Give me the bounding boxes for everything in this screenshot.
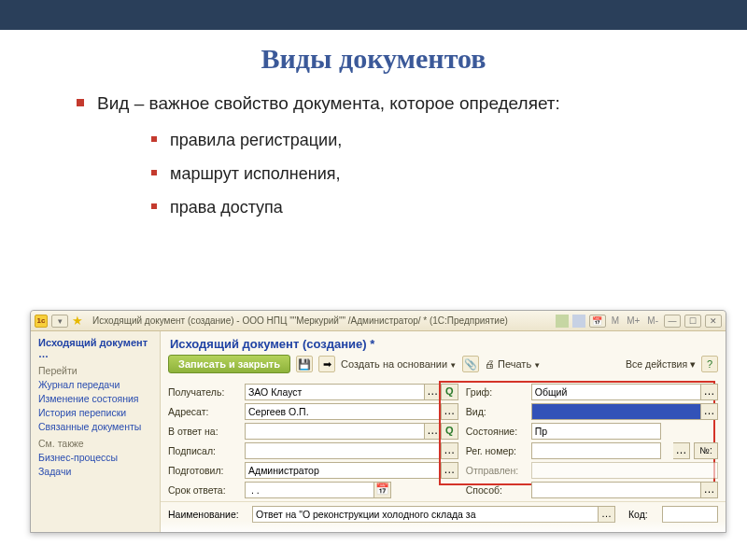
dropdown-icon[interactable]: ▾ [51, 315, 68, 328]
maximize-button[interactable]: ☐ [684, 315, 701, 328]
lookup-button[interactable]: … [442, 442, 458, 459]
nav-link[interactable]: Задачи [38, 466, 152, 477]
lookup-button[interactable]: … [425, 423, 442, 440]
name-row: Наименование: … Код: [161, 501, 726, 526]
calendar-button[interactable]: 📅 [374, 482, 391, 498]
addressee-input[interactable] [245, 403, 442, 420]
lookup-button[interactable]: … [442, 462, 458, 479]
top-band [0, 0, 747, 30]
lookup-button[interactable]: … [701, 403, 718, 420]
send-icon[interactable]: ➡ [318, 356, 335, 372]
panel-icon[interactable] [572, 315, 585, 328]
form-title: Исходящий документ (создание) * [161, 331, 726, 355]
nav-link[interactable]: Журнал передачи [38, 379, 152, 390]
print-link[interactable]: Печать▼ [485, 358, 541, 370]
mem-mminus[interactable]: M- [645, 315, 660, 326]
regno-label: Рег. номер: [466, 445, 531, 456]
lookup-button[interactable]: … [425, 384, 442, 400]
recipient-input[interactable] [245, 384, 425, 400]
toolbar: Записать и закрыть 💾 ➡ Создать на основа… [161, 355, 726, 379]
save-close-button[interactable]: Записать и закрыть [168, 355, 290, 373]
sent-input[interactable] [531, 462, 718, 479]
save-icon[interactable]: 💾 [296, 356, 313, 372]
mem-mplus[interactable]: M+ [625, 315, 641, 326]
code-input[interactable] [662, 506, 718, 523]
type-input[interactable] [531, 403, 701, 420]
bullet-list: Вид – важное свойство документа, которое… [77, 91, 747, 219]
sent-label: Отправлен: [466, 465, 531, 476]
all-actions-link[interactable]: Все действия ▾ [626, 358, 696, 370]
help-icon[interactable]: ? [701, 356, 718, 372]
reply-input[interactable] [245, 423, 425, 440]
app-window: 1c ▾ ★ Исходящий документ (создание) - О… [30, 310, 726, 533]
name-label: Наименование: [168, 509, 252, 520]
code-label: Код: [628, 509, 662, 520]
app-icon: 1c [35, 315, 48, 328]
pick-button[interactable]: Q [442, 384, 458, 400]
addressee-label: Адресат: [168, 406, 245, 417]
number-button[interactable]: №: [694, 442, 718, 459]
nav-go: Перейти [38, 365, 152, 376]
nav-panel: Исходящий документ … Перейти Журнал пере… [31, 331, 160, 532]
lookup-button[interactable]: … [701, 384, 718, 400]
slide-title: Виды документов [0, 30, 747, 91]
recipient-label: Получатель: [168, 386, 245, 398]
mem-m[interactable]: M [610, 315, 621, 326]
name-input[interactable] [252, 506, 599, 523]
sub-bullet: права доступа [151, 196, 747, 218]
main-panel: Исходящий документ (создание) * Записать… [160, 331, 726, 532]
nav-link[interactable]: Бизнес-процессы [38, 452, 152, 463]
nav-link[interactable]: Изменение состояния [38, 393, 152, 404]
pick-button[interactable]: Q [442, 423, 458, 440]
panel-icon[interactable] [556, 315, 569, 328]
reply-label: В ответ на: [168, 426, 245, 437]
nav-link[interactable]: Связанные документы [38, 421, 152, 432]
signed-label: Подписал: [168, 445, 245, 456]
lookup-button[interactable]: … [673, 442, 690, 459]
method-label: Способ: [466, 484, 531, 496]
due-input[interactable] [245, 482, 374, 498]
star-icon[interactable]: ★ [72, 314, 83, 328]
nav-link[interactable]: История переписки [38, 407, 152, 418]
method-input[interactable] [531, 482, 701, 498]
window-title: Исходящий документ (создание) - ООО НПЦ … [92, 315, 508, 326]
calc-icon[interactable]: 📅 [589, 315, 606, 328]
stamp-label: Гриф: [466, 386, 531, 398]
create-basis-link[interactable]: Создать на основании▼ [341, 358, 457, 370]
lookup-button[interactable]: … [442, 403, 458, 420]
sub-bullet: правила регистрации, [151, 129, 747, 151]
close-button[interactable]: ✕ [705, 315, 722, 328]
state-input[interactable] [531, 423, 661, 440]
stamp-input[interactable] [531, 384, 701, 400]
titlebar: 1c ▾ ★ Исходящий документ (создание) - О… [31, 311, 726, 331]
lookup-button[interactable]: … [701, 482, 718, 498]
prepared-label: Подготовил: [168, 465, 245, 476]
regno-input[interactable] [531, 442, 661, 459]
nav-heading: Исходящий документ … [38, 337, 152, 359]
lookup-button[interactable]: … [599, 506, 615, 523]
due-label: Срок ответа: [168, 484, 245, 496]
sub-bullet: маршрут исполнения, [151, 162, 747, 185]
type-label: Вид: [466, 406, 531, 417]
prepared-input[interactable] [245, 462, 442, 479]
lead-bullet: Вид – важное свойство документа, которое… [77, 91, 747, 219]
state-label: Состояние: [466, 426, 531, 437]
nav-see-also: См. также [38, 438, 152, 449]
minimize-button[interactable]: — [664, 315, 681, 328]
sub-bullets: правила регистрации, маршрут исполнения,… [151, 129, 747, 219]
attach-icon[interactable]: 📎 [462, 356, 479, 372]
signed-input[interactable] [245, 442, 442, 459]
